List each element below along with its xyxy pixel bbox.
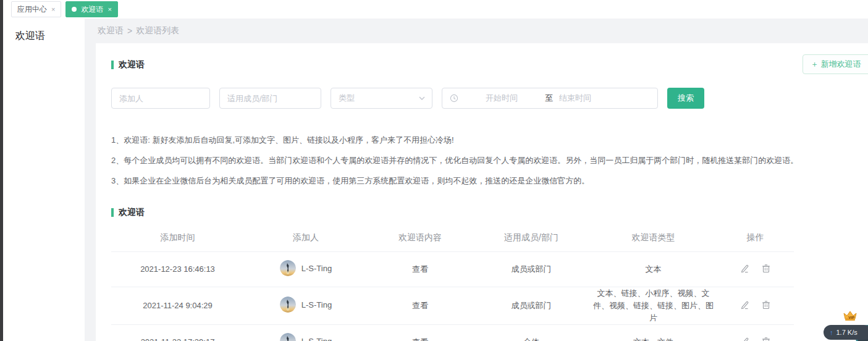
active-dot-icon [72,7,77,12]
adder-name: L-S-Ting [301,264,332,273]
chevron-down-icon [418,95,426,102]
pencil-icon [740,300,749,309]
cell-scope: 全体 [473,324,590,341]
section-marker [111,61,114,69]
speed-pill[interactable]: ↑ 1.7 K/s [824,325,868,340]
trash-icon [762,337,770,341]
avatar [280,333,296,341]
cell-content: 查看 [368,324,473,341]
filter-row: 类型 开始时间 至 结束时间 搜索 [111,88,868,109]
cell-operations [717,287,794,324]
note-line: 3、如果企业在企业微信后台为相关成员配置了可用的欢迎语，使用第三方系统配置欢迎语… [111,170,868,191]
adder-name: L-S-Ting [301,337,332,341]
cell-type: 文本、文件 [590,324,717,341]
tab-welcome[interactable]: 欢迎语 × [65,1,117,17]
type-select[interactable]: 类型 [331,88,432,109]
welcome-table: 添加时间添加人欢迎语内容适用成员/部门欢迎语类型操作 2021-12-23 16… [111,224,794,341]
close-icon[interactable]: × [107,6,111,13]
vip-label: VIP [848,316,854,319]
column-header: 欢迎语类型 [590,224,717,251]
column-header: 适用成员/部门 [473,224,590,251]
breadcrumb-parent: 欢迎语 [98,25,124,36]
column-header: 添加时间 [111,224,244,251]
breadcrumb: 欢迎语 > 欢迎语列表 [85,19,868,43]
trash-icon [762,300,770,309]
column-header: 欢迎语内容 [368,224,473,251]
adder-input[interactable] [111,88,210,109]
tab-bar: 应用中心 × 欢迎语 × [3,0,868,19]
date-range-picker[interactable]: 开始时间 至 结束时间 [442,88,658,109]
avatar [280,297,296,313]
delete-button[interactable] [762,300,770,309]
column-header: 添加人 [244,224,368,251]
table-body: 2021-12-23 16:46:13 L-S-Ting 查看 成员或部门 文本 [111,251,794,341]
start-time-placeholder[interactable]: 开始时间 [465,93,539,104]
tab-label: 应用中心 [17,4,47,15]
cell-add-time: 2021-11-24 9:04:29 [111,287,244,324]
tab-label: 欢迎语 [81,4,103,15]
member-input[interactable] [219,88,321,109]
avatar [280,260,296,276]
table-row: 2021-11-24 9:04:29 L-S-Ting 查看 成员或部门 文本、… [111,287,794,324]
edit-button[interactable] [740,300,749,309]
cell-add-time: 2021-11-23 17:39:17 [111,324,244,341]
table-section: 欢迎语 添加时间添加人欢迎语内容适用成员/部门欢迎语类型操作 2021-12-2… [111,207,868,341]
search-button[interactable]: 搜索 [667,88,704,109]
breadcrumb-separator: > [127,26,132,36]
speed-value: 1.7 K/s [836,329,857,336]
content-card: 欢迎语 ＋ 新增欢迎语 类型 开始时间 至 结束时间 [96,43,868,341]
close-icon[interactable]: × [51,6,55,13]
sidebar: 欢迎语 [3,19,85,341]
table-row: 2021-12-23 16:46:13 L-S-Ting 查看 成员或部门 文本 [111,251,794,287]
cell-add-time: 2021-12-23 16:46:13 [111,251,244,287]
cell-scope: 成员或部门 [473,287,590,324]
section-marker [111,208,114,217]
section-title-search: 欢迎语 [111,59,145,70]
cell-operations [717,251,794,287]
main-area: 欢迎语 > 欢迎语列表 欢迎语 ＋ 新增欢迎语 类型 [85,19,868,341]
sidebar-item-welcome[interactable]: 欢迎语 [3,19,85,43]
cell-adder: L-S-Ting [244,324,368,341]
cell-adder: L-S-Ting [244,287,368,324]
view-link[interactable]: 查看 [412,264,428,274]
cell-content: 查看 [368,287,473,324]
tab-app-center[interactable]: 应用中心 × [11,1,61,17]
column-header: 操作 [717,224,794,251]
note-line: 2、每个企业成员均可以拥有不同的欢迎语。当部门欢迎语和个人专属的欢迎语并存的情况… [111,150,868,170]
range-separator: 至 [545,93,553,104]
delete-button[interactable] [762,264,770,273]
app-window: 应用中心 × 欢迎语 × 欢迎语 欢迎语 > 欢迎语列表 欢迎语 [0,0,868,341]
edit-button[interactable] [740,264,749,273]
view-link[interactable]: 查看 [412,301,428,310]
adder-name: L-S-Ting [301,300,332,309]
view-link[interactable]: 查看 [412,337,428,341]
cell-type: 文本 [590,251,717,287]
upload-arrow-icon: ↑ [830,329,833,336]
window-edge [0,0,3,341]
edit-button[interactable] [740,337,749,341]
content-region: 欢迎语 欢迎语 > 欢迎语列表 欢迎语 ＋ 新增欢迎语 [3,19,868,341]
notes-block: 1、欢迎语: 新好友添加后自动回复,可添加文字、图片、链接以及小程序，客户来了不… [111,130,868,191]
table-header-row: 添加时间添加人欢迎语内容适用成员/部门欢迎语类型操作 [111,224,794,251]
trash-icon [762,264,770,273]
pencil-icon [740,337,749,341]
clock-icon [450,94,458,103]
end-time-placeholder[interactable]: 结束时间 [559,93,633,104]
pencil-icon [740,264,749,273]
cell-adder: L-S-Ting [244,251,368,287]
delete-button[interactable] [762,337,770,341]
cell-type: 文本、链接、小程序、视频、文件、视频、链接、链接、图片、图片 [590,287,717,324]
section-title-table: 欢迎语 [111,207,868,218]
breadcrumb-current: 欢迎语列表 [136,25,179,36]
table-row: 2021-11-23 17:39:17 L-S-Ting 查看 全体 文本、文件 [111,324,794,341]
cell-operations [717,324,794,341]
note-line: 1、欢迎语: 新好友添加后自动回复,可添加文字、图片、链接以及小程序，客户来了不… [111,130,868,150]
cell-scope: 成员或部门 [473,251,590,287]
cell-content: 查看 [368,251,473,287]
add-welcome-button[interactable]: ＋ 新增欢迎语 [803,54,868,74]
net-speed-widget[interactable]: VIP ↑ 1.7 K/s [819,310,868,341]
